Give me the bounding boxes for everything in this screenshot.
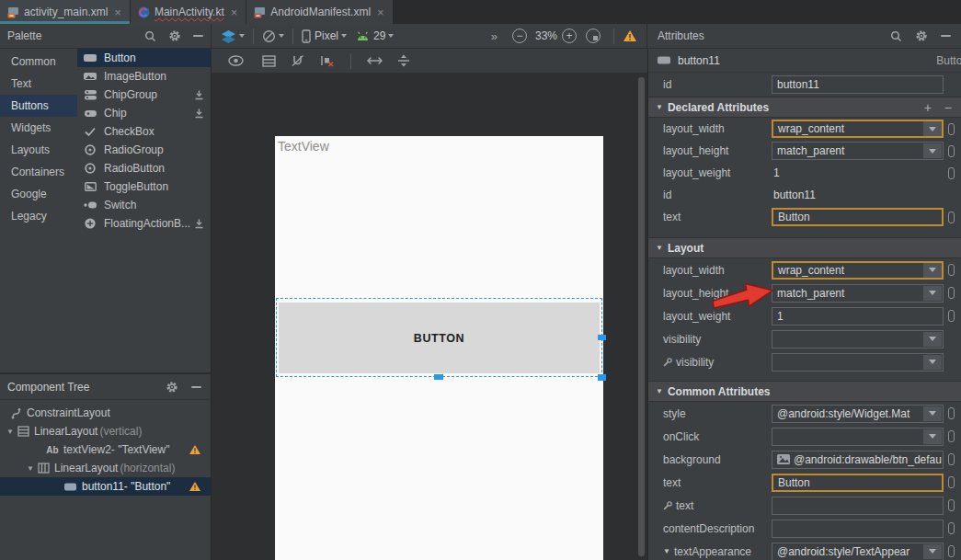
expand-arrow-icon[interactable]: ▼: [6, 428, 15, 436]
hide-panel-icon[interactable]: [191, 386, 201, 388]
palette-item-chipgroup[interactable]: ChipGroup: [77, 86, 212, 104]
tree-node-linearlayout-horizontal[interactable]: ▼ LinearLayout (horizontal): [0, 459, 211, 477]
resource-picker-icon[interactable]: [948, 476, 955, 488]
field-value[interactable]: button11: [772, 189, 816, 201]
background-input[interactable]: @android:drawable/btn_defau: [772, 451, 944, 469]
layout-weight-input[interactable]: 1: [772, 307, 944, 326]
tools-visibility-combo[interactable]: [772, 353, 944, 371]
visibility-combo[interactable]: [772, 330, 944, 349]
palette-item-togglebutton[interactable]: ToggleButton: [77, 177, 212, 196]
field-value[interactable]: 1: [772, 166, 944, 179]
api-selector[interactable]: 29: [356, 29, 394, 42]
resource-picker-icon[interactable]: [948, 310, 955, 322]
gear-icon[interactable]: [168, 29, 181, 42]
hide-panel-icon[interactable]: [941, 35, 951, 37]
palette-category-legacy[interactable]: Legacy: [0, 205, 77, 227]
design-surface-icon[interactable]: [221, 29, 245, 43]
search-icon[interactable]: [890, 30, 902, 42]
chevron-down-icon[interactable]: [923, 429, 942, 444]
orientation-icon[interactable]: [262, 29, 284, 43]
resource-picker-icon[interactable]: [948, 545, 955, 557]
tools-text-input[interactable]: [772, 497, 944, 515]
expand-arrow-icon[interactable]: ▼: [26, 464, 35, 473]
resource-picker-icon[interactable]: [948, 145, 955, 157]
tree-node-button11[interactable]: button11- "Button": [0, 477, 211, 496]
tab-activity-main-xml[interactable]: activity_main.xml ×: [0, 0, 130, 24]
resource-picker-icon[interactable]: [948, 522, 955, 534]
pack-distribute-icon[interactable]: [397, 54, 410, 67]
section-declared-attributes[interactable]: ▼ Declared Attributes + −: [648, 97, 961, 118]
palette-item-button[interactable]: Button: [77, 49, 212, 67]
section-layout[interactable]: ▼ Layout: [648, 237, 961, 258]
linearlayout-mode-icon[interactable]: [262, 55, 276, 67]
view-options-eye-icon[interactable]: [228, 55, 244, 66]
layout-width-combo[interactable]: wrap_content: [772, 261, 944, 280]
resource-picker-icon[interactable]: [948, 430, 955, 442]
resource-picker-icon[interactable]: [948, 167, 955, 179]
palette-item-chip[interactable]: Chip: [77, 104, 212, 122]
canvas-textview[interactable]: TextView: [278, 139, 329, 154]
tree-node-textview2[interactable]: Ab textView2- "TextView": [0, 440, 211, 459]
warning-icon[interactable]: [189, 444, 201, 455]
resource-picker-icon[interactable]: [948, 407, 955, 419]
layout-height-combo[interactable]: match_parent: [772, 142, 944, 160]
tree-node-linearlayout-vertical[interactable]: ▼ LinearLayout (vertical): [0, 422, 211, 440]
design-canvas[interactable]: TextView BUTTON: [212, 74, 647, 560]
resize-handle-corner[interactable]: [598, 374, 606, 381]
text-input[interactable]: Button: [772, 474, 944, 492]
tree-node-constraintlayout[interactable]: ConstraintLayout: [0, 404, 211, 422]
tab-mainactivity-kt[interactable]: MainActivity.kt ×: [131, 0, 246, 24]
palette-category-layouts[interactable]: Layouts: [0, 139, 77, 161]
close-icon[interactable]: ×: [377, 6, 384, 18]
chevron-down-icon[interactable]: [923, 355, 942, 370]
vertical-scrollbar[interactable]: [638, 77, 645, 556]
resource-picker-icon[interactable]: [948, 123, 955, 135]
close-icon[interactable]: ×: [231, 6, 238, 18]
resize-handle-bottom[interactable]: [434, 374, 443, 380]
layout-height-combo[interactable]: match_parent: [772, 284, 944, 303]
clear-constraints-icon[interactable]: [320, 54, 335, 67]
chevron-down-icon[interactable]: [923, 286, 942, 301]
resource-picker-icon[interactable]: [948, 211, 955, 223]
palette-item-floatingactionbutton[interactable]: FloatingActionB...: [77, 214, 212, 233]
resource-picker-icon[interactable]: [948, 287, 955, 299]
palette-item-imagebutton[interactable]: ImageButton: [77, 67, 212, 86]
chevron-down-icon[interactable]: [923, 121, 942, 136]
autoconnect-off-icon[interactable]: [291, 54, 305, 67]
palette-category-common[interactable]: Common: [0, 51, 77, 73]
palette-item-checkbox[interactable]: CheckBox: [77, 122, 212, 141]
id-input[interactable]: button11: [772, 75, 944, 94]
chevron-down-icon[interactable]: [923, 406, 942, 421]
onclick-combo[interactable]: [772, 428, 944, 446]
style-combo[interactable]: @android:style/Widget.Mat: [772, 405, 944, 423]
palette-category-containers[interactable]: Containers: [0, 161, 77, 183]
resource-picker-icon[interactable]: [948, 499, 955, 511]
palette-category-google[interactable]: Google: [0, 183, 77, 205]
toolbar-overflow-icon[interactable]: »: [491, 29, 498, 43]
device-selector[interactable]: Pixel: [302, 29, 347, 43]
palette-item-radiogroup[interactable]: RadioGroup: [77, 141, 212, 159]
resize-handle-right[interactable]: [598, 335, 606, 340]
textappearance-combo[interactable]: @android:style/TextAppear: [772, 543, 944, 560]
chevron-down-icon[interactable]: [923, 332, 942, 347]
resource-picker-icon[interactable]: [948, 264, 955, 276]
zoom-out-button[interactable]: −: [512, 29, 527, 43]
chevron-down-icon[interactable]: [923, 143, 942, 158]
gear-icon[interactable]: [915, 29, 928, 42]
palette-category-widgets[interactable]: Widgets: [0, 117, 77, 139]
text-input[interactable]: Button: [772, 208, 944, 226]
resource-picker-icon[interactable]: [948, 453, 955, 465]
tab-androidmanifest-xml[interactable]: AndroidManifest.xml ×: [246, 0, 392, 24]
add-attribute-button[interactable]: +: [924, 100, 932, 115]
zoom-to-fit-button[interactable]: [586, 29, 601, 43]
palette-category-buttons[interactable]: Buttons: [0, 95, 77, 117]
close-icon[interactable]: ×: [114, 6, 121, 18]
default-margins-icon[interactable]: [367, 56, 383, 65]
layout-width-combo[interactable]: wrap_content: [772, 120, 944, 138]
zoom-in-button[interactable]: +: [562, 29, 577, 43]
warning-icon[interactable]: [189, 481, 201, 492]
chevron-down-icon[interactable]: [923, 263, 942, 278]
contentdescription-input[interactable]: [772, 520, 944, 538]
expand-arrow-icon[interactable]: ▼: [663, 547, 670, 555]
palette-item-radiobutton[interactable]: RadioButton: [77, 159, 212, 177]
